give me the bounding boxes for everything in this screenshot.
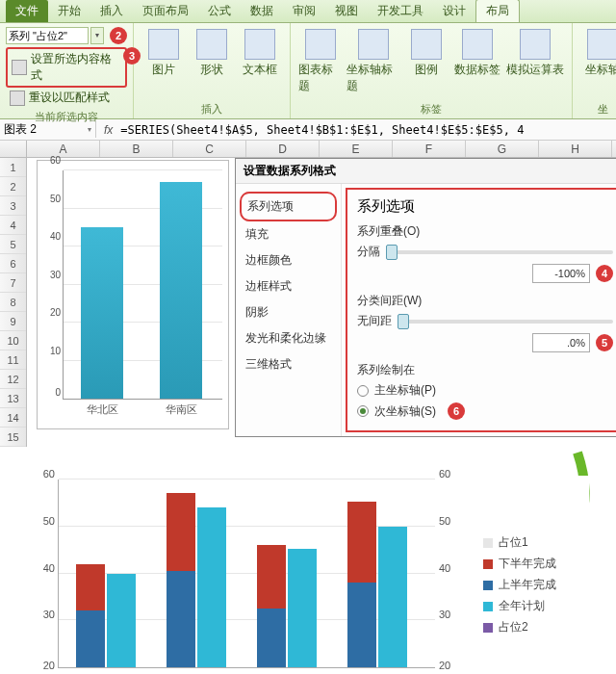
overlap-value[interactable]: -100%: [532, 264, 590, 283]
row-1[interactable]: 1: [0, 158, 26, 177]
nav-3d[interactable]: 三维格式: [240, 351, 337, 377]
row-11[interactable]: 11: [0, 350, 26, 370]
radio-secondary-axis[interactable]: [357, 405, 369, 417]
reset-style-button[interactable]: 重设以匹配样式: [6, 88, 127, 108]
row-2[interactable]: 2: [0, 177, 26, 196]
format-selection-button[interactable]: 设置所选内容格式 3: [6, 47, 127, 88]
row-8[interactable]: 8: [0, 293, 26, 312]
row-4[interactable]: 4: [0, 216, 26, 235]
col-C[interactable]: C: [173, 141, 246, 157]
chart2-yl-50: 50: [43, 515, 59, 527]
swatch-placeholder1: [483, 538, 493, 548]
tab-layout[interactable]: 布局: [475, 0, 520, 22]
row-3[interactable]: 3: [0, 196, 26, 216]
legend-button[interactable]: 图例: [402, 27, 450, 96]
col-B[interactable]: B: [100, 141, 173, 157]
col-E[interactable]: E: [320, 141, 393, 157]
row-5[interactable]: 5: [0, 235, 26, 254]
data-table-button[interactable]: 模拟运算表: [504, 27, 566, 96]
nav-glow[interactable]: 发光和柔化边缘: [240, 325, 337, 351]
chart2-stack-3[interactable]: [257, 545, 286, 667]
row-10[interactable]: 10: [0, 331, 26, 350]
row-7[interactable]: 7: [0, 273, 26, 293]
group-title-labels: 标签: [296, 100, 566, 117]
row-12[interactable]: 12: [0, 370, 26, 389]
tab-file[interactable]: 文件: [6, 0, 48, 22]
chart2-yl-30: 30: [43, 609, 59, 620]
chart2-yr-30: 30: [435, 609, 450, 620]
chart2-plan-2[interactable]: [197, 507, 226, 667]
row-9[interactable]: 9: [0, 312, 26, 331]
chart2-plan-3[interactable]: [288, 549, 317, 667]
formula-input[interactable]: =SERIES(Sheet4!$A$5, Sheet4!$B$1:$E$1, S…: [120, 123, 616, 137]
tab-insert[interactable]: 插入: [90, 0, 133, 22]
tab-view[interactable]: 视图: [325, 0, 368, 22]
col-D[interactable]: D: [246, 141, 320, 157]
tab-home[interactable]: 开始: [48, 0, 90, 22]
nav-series-options[interactable]: 系列选项: [240, 192, 337, 221]
chevron-down-icon[interactable]: ▾: [88, 125, 91, 134]
tab-page-layout[interactable]: 页面布局: [133, 0, 198, 22]
group-axes: 坐标轴 坐: [573, 23, 616, 118]
cells-area[interactable]: 0 10 20 30 40 50 60 华北区 华南区 设置数据系列格式 系列选…: [27, 158, 616, 447]
chart1-bar-1[interactable]: [160, 182, 202, 399]
group-title-axes: 坐: [578, 100, 616, 117]
overlap-slider[interactable]: [386, 250, 613, 254]
tab-design[interactable]: 设计: [433, 0, 475, 22]
chart2-yr-50: 50: [435, 515, 450, 527]
chart1-bar-0[interactable]: [81, 227, 123, 399]
chevron-down-icon[interactable]: ▾: [90, 27, 104, 44]
format-selection-label: 设置所选内容格式: [31, 51, 121, 84]
row-6[interactable]: 6: [0, 254, 26, 273]
group-insert: 图片 形状 文本框 插入: [134, 23, 291, 118]
insert-shape-button[interactable]: 形状: [188, 27, 236, 80]
section-heading: 系列选项: [357, 197, 613, 216]
axis-title-button[interactable]: 坐标轴标题: [345, 27, 402, 96]
chart-title-button[interactable]: 图表标题: [296, 27, 345, 96]
chart2-stack-1[interactable]: [76, 564, 105, 667]
col-F[interactable]: F: [393, 141, 466, 157]
picture-icon: [148, 29, 179, 60]
tab-data[interactable]: 数据: [241, 0, 283, 22]
embedded-chart-2[interactable]: 20 30 40 50 60 20 30 40 50 60 占: [31, 476, 589, 674]
chart2-plan-1[interactable]: [107, 574, 136, 668]
col-A[interactable]: A: [27, 141, 100, 157]
nav-fill[interactable]: 填充: [240, 221, 337, 247]
embedded-chart-1[interactable]: 0 10 20 30 40 50 60 华北区 华南区: [37, 160, 229, 429]
nav-border-style[interactable]: 边框样式: [240, 273, 337, 299]
chart1-ytick-60: 60: [50, 155, 64, 166]
swatch-h1: [483, 581, 493, 590]
dialog-nav: 系列选项 填充 边框颜色 边框样式 阴影 发光和柔化边缘 三维格式: [236, 184, 342, 436]
textbox-icon: [244, 29, 275, 60]
col-G[interactable]: G: [466, 141, 539, 157]
data-labels-button[interactable]: 数据标签: [450, 27, 504, 96]
tab-review[interactable]: 审阅: [283, 0, 325, 22]
chart2-plan-4[interactable]: [378, 527, 407, 667]
row-13[interactable]: 13: [0, 389, 26, 408]
gap-value[interactable]: .0%: [532, 333, 590, 352]
nav-shadow[interactable]: 阴影: [240, 299, 337, 325]
insert-textbox-button[interactable]: 文本框: [236, 27, 284, 80]
nav-border-color[interactable]: 边框颜色: [240, 247, 337, 273]
chart1-cat-1: 华南区: [166, 402, 197, 417]
chart2-stack-4[interactable]: [347, 502, 376, 667]
row-14[interactable]: 14: [0, 408, 26, 428]
reset-icon: [10, 91, 25, 106]
radio-primary-axis[interactable]: [357, 385, 369, 397]
axes-button[interactable]: 坐标轴: [578, 27, 616, 80]
row-15[interactable]: 15: [0, 428, 26, 447]
chart-element-selector[interactable]: [6, 27, 89, 44]
legend-icon: [411, 29, 442, 60]
tab-dev[interactable]: 开发工具: [368, 0, 433, 22]
tab-formulas[interactable]: 公式: [198, 0, 241, 22]
fx-icon[interactable]: fx: [96, 123, 120, 137]
badge-4: 4: [596, 265, 613, 282]
chart1-ytick-30: 30: [50, 269, 64, 279]
gap-label: 分类间距(W): [357, 293, 422, 309]
insert-picture-button[interactable]: 图片: [140, 27, 188, 80]
swatch-plan: [483, 602, 493, 611]
chart2-stack-2[interactable]: [167, 493, 195, 667]
select-all-corner[interactable]: [0, 141, 27, 157]
col-H[interactable]: H: [539, 141, 612, 157]
gap-slider[interactable]: [398, 320, 613, 324]
